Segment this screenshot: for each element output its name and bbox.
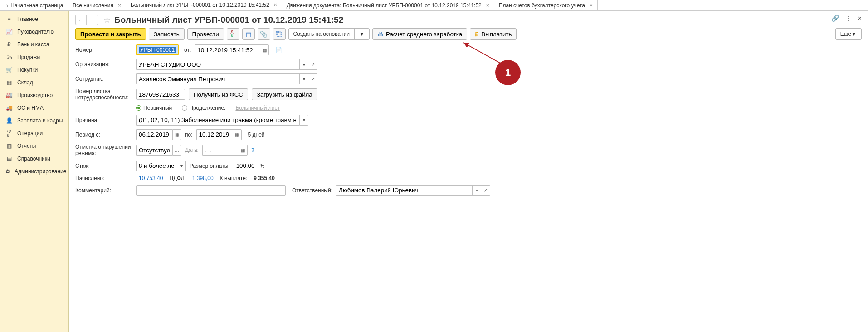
label-period-from: Период с:: [75, 132, 132, 138]
period-from-input[interactable]: [136, 129, 172, 140]
sidebar-item-purchases[interactable]: 🛒Покупки: [0, 63, 68, 76]
label-comment: Комментарий:: [75, 187, 132, 194]
label-number: Номер:: [75, 47, 132, 53]
sidebar-label: Производство: [17, 92, 53, 98]
sidebar-item-manager[interactable]: 📈Руководителю: [0, 25, 68, 38]
period-to-field[interactable]: ▦: [196, 129, 242, 140]
load-file-button[interactable]: Загрузить из файла: [252, 88, 317, 100]
comment-input[interactable]: [136, 185, 286, 196]
sidebar-item-warehouse[interactable]: ▦Склад: [0, 76, 68, 89]
tab-label: Больничный лист УРБП-000001 от 10.12.201…: [131, 2, 269, 8]
kebab-icon[interactable]: ⋮: [845, 15, 852, 22]
reason-field[interactable]: ▾: [136, 115, 308, 126]
dtkt-button[interactable]: ДтКт: [227, 28, 239, 40]
violation-date-field[interactable]: ▦: [202, 145, 248, 156]
date-input[interactable]: [195, 44, 260, 55]
close-icon[interactable]: ×: [486, 2, 489, 9]
pay-button[interactable]: ₽Выплатить: [470, 28, 517, 40]
radio-primary[interactable]: Первичный: [136, 105, 172, 111]
label-from: от:: [184, 47, 191, 53]
ellipsis-icon[interactable]: …: [172, 145, 181, 156]
more-button[interactable]: Еще ▼: [835, 28, 862, 40]
chevron-down-icon: ▼: [851, 31, 857, 37]
ndfl-link[interactable]: 1 398,00: [192, 175, 214, 181]
sidebar-label: Отчеты: [17, 143, 36, 149]
link-icon[interactable]: 🔗: [831, 15, 839, 22]
chevron-down-icon[interactable]: ▾: [299, 115, 308, 126]
calc-average-button[interactable]: 🖶Расчет среднего заработка: [372, 28, 467, 40]
sidebar-item-main[interactable]: ≡Главное: [0, 13, 68, 25]
sidebar-item-assets[interactable]: 🚚ОС и НМА: [0, 102, 68, 114]
org-input[interactable]: [136, 59, 299, 70]
attach-button[interactable]: 📎: [258, 28, 270, 40]
seniority-field[interactable]: ▾: [136, 161, 186, 171]
form-button[interactable]: ▤: [242, 28, 255, 40]
date-field[interactable]: ▦: [195, 44, 269, 55]
reason-input[interactable]: [136, 115, 299, 126]
nav-back-button[interactable]: ←: [76, 15, 87, 25]
get-fss-button[interactable]: Получить из ФСС: [189, 88, 248, 100]
employee-input[interactable]: [136, 73, 299, 84]
open-icon[interactable]: ↗: [481, 185, 490, 196]
create-based-button[interactable]: Создать на основании ▼: [288, 28, 370, 40]
pay-size-input[interactable]: [234, 161, 256, 171]
radio-dot-icon: [136, 105, 141, 111]
tab-all-accruals[interactable]: Все начисления ×: [68, 0, 126, 10]
accrued-link[interactable]: 10 753,40: [139, 175, 163, 181]
open-icon[interactable]: ↗: [308, 59, 317, 70]
period-from-field[interactable]: ▦: [136, 129, 181, 140]
calendar-icon[interactable]: ▦: [239, 145, 248, 156]
annotation-badge: 1: [495, 60, 521, 85]
post-button[interactable]: Провести: [187, 28, 224, 40]
chevron-down-icon[interactable]: ▾: [472, 185, 481, 196]
sidebar-item-reports[interactable]: ▥Отчеты: [0, 140, 68, 152]
org-field[interactable]: ▾ ↗: [136, 59, 317, 70]
nav-forward-button[interactable]: →: [87, 15, 98, 25]
close-icon[interactable]: ×: [118, 2, 121, 9]
save-button[interactable]: Записать: [149, 28, 185, 40]
tab-movements[interactable]: Движения документа: Больничный лист УРБП…: [282, 0, 494, 10]
tab-home[interactable]: ⌂ Начальная страница: [0, 0, 68, 10]
sidebar-item-catalogs[interactable]: ▤Справочники: [0, 152, 68, 165]
number-field[interactable]: УРБП-000001: [136, 44, 179, 55]
sidebar-item-admin[interactable]: ✿Администрирование: [0, 165, 68, 178]
post-and-close-button[interactable]: Провести и закрыть: [75, 28, 146, 40]
open-icon[interactable]: ↗: [308, 73, 317, 84]
paperclip-icon: 📎: [260, 31, 268, 38]
radio-continuation[interactable]: Продолжение:: [182, 105, 225, 111]
close-icon[interactable]: ×: [858, 15, 862, 22]
sidebar-item-production[interactable]: 🏭Производство: [0, 89, 68, 102]
close-icon[interactable]: ×: [274, 2, 277, 8]
responsible-field[interactable]: ▾ ↗: [336, 185, 490, 196]
sidebar-item-sales[interactable]: 🛍Продажи: [0, 51, 68, 63]
violation-date-input: [202, 145, 239, 156]
chevron-down-icon[interactable]: ▾: [299, 59, 308, 70]
tab-sicklist[interactable]: Больничный лист УРБП-000001 от 10.12.201…: [126, 0, 282, 10]
period-to-input[interactable]: [196, 129, 233, 140]
sidebar-item-operations[interactable]: ДтКтОперации: [0, 127, 68, 140]
calendar-icon[interactable]: ▦: [172, 129, 181, 140]
sidebar-label: Покупки: [17, 67, 38, 73]
help-icon[interactable]: ?: [251, 147, 254, 153]
employee-field[interactable]: ▾ ↗: [136, 73, 317, 84]
chevron-down-icon[interactable]: ▾: [177, 161, 186, 171]
sidebar-item-payroll[interactable]: 👤Зарплата и кадры: [0, 114, 68, 127]
calendar-icon[interactable]: ▦: [260, 44, 269, 55]
violation-field[interactable]: …: [136, 145, 181, 156]
responsible-input[interactable]: [336, 185, 472, 196]
chevron-down-icon[interactable]: ▾: [299, 73, 308, 84]
days-text: 5 дней: [248, 132, 265, 138]
violation-input[interactable]: [136, 145, 172, 156]
sidebar-item-bank[interactable]: ₽Банк и касса: [0, 38, 68, 51]
topay-value: 9 355,40: [254, 175, 275, 181]
list-number-input[interactable]: [136, 89, 185, 100]
label-reason: Причина:: [75, 117, 132, 123]
person-icon: 👤: [5, 117, 13, 124]
structure-button[interactable]: ⿻: [273, 28, 286, 40]
posted-icon: 📄: [275, 47, 282, 53]
calendar-icon[interactable]: ▦: [233, 129, 242, 140]
seniority-input[interactable]: [136, 161, 177, 171]
favorite-star-icon[interactable]: ☆: [103, 15, 111, 25]
close-icon[interactable]: ×: [590, 2, 593, 9]
tab-chart-accounts[interactable]: План счетов бухгалтерского учета ×: [494, 0, 598, 10]
